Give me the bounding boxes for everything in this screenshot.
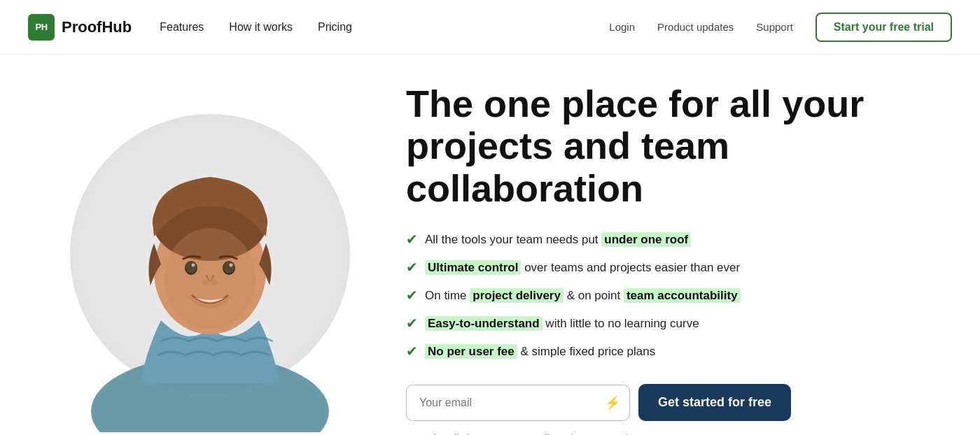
cta-row: ⚡ Get started for free: [406, 384, 952, 421]
logo-area[interactable]: PH ProofHub: [28, 14, 132, 41]
highlight-3b: team accountability: [624, 288, 741, 303]
feature-text-1: All the tools your team needs put under …: [425, 231, 691, 249]
highlight-2: Ultimate control: [425, 260, 521, 275]
svg-point-11: [202, 280, 209, 285]
feature-item-5: ✔ No per user fee & simple fixed price p…: [406, 341, 952, 362]
check-icon-2: ✔: [406, 257, 418, 278]
footer-note-2: ✔ No credit card: [500, 432, 573, 435]
nav-links: Features How it works Pricing: [160, 21, 352, 34]
feature-item-2: ✔ Ultimate control over teams and projec…: [406, 257, 952, 278]
highlight-3a: project delivery: [470, 288, 564, 303]
footer-check-icon-1: ✔: [406, 432, 415, 435]
feature-text-5: No per user fee & simple fixed price pla…: [425, 343, 655, 361]
feature-item-3: ✔ On time project delivery & on point te…: [406, 285, 952, 306]
nav-pricing[interactable]: Pricing: [318, 21, 352, 34]
logo-icon: PH: [28, 14, 55, 41]
nav-login[interactable]: Login: [609, 21, 635, 33]
hero-image-area: [28, 76, 392, 432]
footer-note: ✔ No installation ✔ No credit card ✔ No …: [406, 432, 952, 435]
footer-note-3: ✔ No chaos: [593, 432, 647, 435]
highlight-5: No per user fee: [425, 344, 517, 359]
feature-text-3: On time project delivery & on point team…: [425, 287, 741, 305]
start-trial-button[interactable]: Start your free trial: [816, 13, 952, 42]
nav-right: Login Product updates Support Start your…: [609, 13, 952, 42]
feature-list: ✔ All the tools your team needs put unde…: [406, 229, 952, 362]
check-icon-4: ✔: [406, 313, 418, 334]
email-input-wrapper: ⚡: [406, 385, 630, 421]
feature-item-4: ✔ Easy-to-understand with little to no l…: [406, 313, 952, 334]
email-icon: ⚡: [605, 395, 620, 411]
feature-text-2: Ultimate control over teams and projects…: [425, 259, 740, 277]
nav-features[interactable]: Features: [160, 21, 204, 34]
hero-text: The one place for all your projects and …: [392, 76, 952, 435]
footer-check-icon-3: ✔: [593, 432, 602, 435]
footer-check-icon-2: ✔: [500, 432, 509, 435]
email-input[interactable]: [406, 385, 630, 421]
svg-point-9: [192, 264, 195, 267]
logo-text: ProofHub: [62, 18, 132, 36]
main-content: The one place for all your projects and …: [0, 55, 980, 435]
highlight-4: Easy-to-understand: [425, 316, 542, 331]
nav-product-updates[interactable]: Product updates: [657, 21, 734, 33]
hero-person-illustration: [63, 83, 357, 432]
check-icon-3: ✔: [406, 285, 418, 306]
check-icon-1: ✔: [406, 229, 418, 250]
svg-point-12: [211, 280, 218, 285]
svg-point-10: [230, 264, 233, 267]
navbar: PH ProofHub Features How it works Pricin…: [0, 0, 980, 55]
highlight-1: under one roof: [601, 232, 691, 247]
feature-item-1: ✔ All the tools your team needs put unde…: [406, 229, 952, 250]
svg-point-8: [223, 261, 234, 273]
svg-point-7: [186, 261, 197, 273]
nav-support[interactable]: Support: [756, 21, 793, 33]
get-started-button[interactable]: Get started for free: [638, 384, 791, 421]
feature-text-4: Easy-to-understand with little to no lea…: [425, 315, 699, 333]
footer-note-1: ✔ No installation: [406, 432, 480, 435]
nav-how-it-works[interactable]: How it works: [229, 21, 293, 34]
check-icon-5: ✔: [406, 341, 418, 362]
svg-point-4: [164, 228, 255, 329]
logo-initials: PH: [35, 22, 47, 32]
hero-heading: The one place for all your projects and …: [406, 83, 952, 209]
